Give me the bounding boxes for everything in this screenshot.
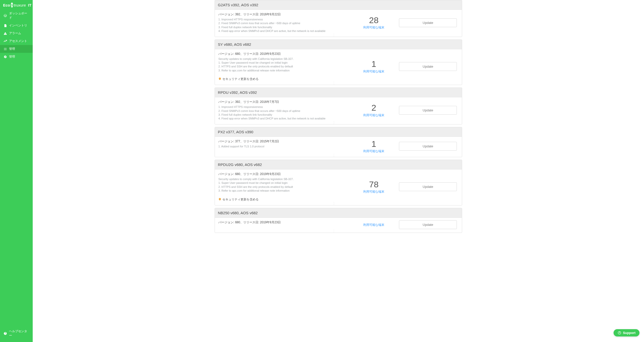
assessment-icon [4,39,7,43]
sidebar-label: アセスメント [9,39,27,43]
shield-icon [218,77,221,81]
card-info: バージョン: 680、リリース日: 2019年9月23日Security upd… [218,52,354,81]
sidebar-label: ダッシュボード [9,11,29,20]
available-count-block: 利用可能な端末 [354,220,394,229]
card-body: バージョン: 392、リリース日: 2016年7月7日1. Improved H… [215,97,462,124]
security-tag: セキュリティ更新を含める [218,77,354,81]
version-line: バージョン: 680、リリース日: 2019年9月23日 [218,220,354,225]
card-body: バージョン: 680、リリース日: 2019年9月23日Security upd… [215,49,462,85]
firmware-card: RPDU2G v680, AOS v682バージョン: 680、リリース日: 2… [215,160,462,205]
gear-icon [4,55,7,59]
sidebar-label: 管理 [9,47,15,51]
sidebar-item-inventory[interactable]: インベントリ [0,22,33,29]
card-info: バージョン: 680、リリース日: 2019年9月23日Security upd… [218,172,354,202]
card-action: Update [394,52,457,81]
sidebar-item-alarm[interactable]: アラーム [0,29,33,37]
available-count: 2 [354,103,394,112]
sidebar-label: 管理 [9,55,15,59]
update-button[interactable]: Update [399,142,457,151]
security-tag: セキュリティ更新を含める [218,197,354,202]
brand-swirl-icon: S [11,3,13,8]
support-button[interactable]: Support [614,329,639,336]
available-devices-link[interactable]: 利用可能な端末 [354,190,394,194]
available-count-block: 1利用可能な端末 [354,139,394,153]
resize-handle-icon[interactable]: ⋰ [332,120,336,124]
available-devices-link[interactable]: 利用可能な端末 [354,223,394,227]
version-line: バージョン: 392、リリース日: 2016年9月22日 [218,12,354,17]
available-devices-link[interactable]: 利用可能な端末 [354,69,394,74]
card-action: Update [394,100,457,121]
resize-handle-icon[interactable]: ⋰ [332,229,336,233]
card-info: バージョン: 377、リリース日: 2015年7月2日1. Added supp… [218,139,354,153]
resize-handle-icon[interactable]: ⋰ [332,153,336,157]
card-body: バージョン: 680、リリース日: 2019年9月23日⋰利用可能な端末Upda… [215,218,462,233]
card-action: Update [394,139,457,153]
alarm-icon [4,32,7,35]
security-label: セキュリティ更新を含める [222,77,259,81]
firmware-card: RPDU v392, AOS v392バージョン: 392、リリース日: 201… [215,88,462,124]
support-icon [618,331,621,335]
available-devices-link[interactable]: 利用可能な端末 [354,113,394,117]
inventory-icon [4,24,7,27]
version-line: バージョン: 680、リリース日: 2019年9月23日 [218,52,354,56]
sidebar-item-dashboard[interactable]: ダッシュボード [0,10,33,22]
dashboard-icon [4,14,7,17]
firmware-card: PX2 v377, AOS v390バージョン: 377、リリース日: 2015… [215,127,462,157]
available-devices-link[interactable]: 利用可能な端末 [354,149,394,153]
resize-handle-icon[interactable]: ⋰ [332,201,336,205]
sidebar-nav: ダッシュボード インベントリ アラーム アセスメント 管理 管理 [0,10,33,327]
update-button[interactable]: Update [399,220,457,229]
sidebar-label: インベントリ [9,23,27,28]
brand-part3: IT [28,3,31,7]
firmware-card: G2ATS v392, AOS v392バージョン: 392、リリース日: 20… [215,0,462,37]
available-count-block: 28利用可能な端末 [354,12,394,33]
card-info: バージョン: 680、リリース日: 2019年9月23日 [218,220,354,229]
card-title: RPDU2G v680, AOS v682 [215,160,462,169]
card-action: Update [394,172,457,202]
list-icon [4,47,7,51]
sidebar-item-assessment[interactable]: アセスメント [0,37,33,45]
sidebar-item-help[interactable]: ヘルプセンター [0,327,33,339]
sidebar-item-admin2[interactable]: 管理 [0,53,33,61]
update-button[interactable]: Update [399,62,457,71]
available-count-block: 1利用可能な端末 [354,52,394,81]
resize-handle-icon[interactable]: ⋰ [332,81,336,85]
update-button[interactable]: Update [399,182,457,191]
version-line: バージョン: 392、リリース日: 2016年7月7日 [218,100,354,104]
card-body: バージョン: 377、リリース日: 2015年7月2日1. Added supp… [215,137,462,157]
brand-logo: Eco S truxure IT [0,0,33,10]
card-info: バージョン: 392、リリース日: 2016年7月7日1. Improved H… [218,100,354,121]
firmware-card: SY v680, AOS v682バージョン: 680、リリース日: 2019年… [215,39,462,85]
available-count: 78 [354,180,394,189]
firmware-card-list: G2ATS v392, AOS v392バージョン: 392、リリース日: 20… [215,0,462,233]
brand-part1: Eco [3,3,10,7]
release-notes: 1. Improved HTTPS responsiveness 2. Fixe… [218,105,354,121]
sidebar-item-admin1[interactable]: 管理 [0,45,33,53]
release-notes: 1. Added support for TLS 1.0 protocol [218,145,354,148]
card-info: バージョン: 392、リリース日: 2016年9月22日1. Improved … [218,12,354,33]
card-body: バージョン: 680、リリース日: 2019年9月23日Security upd… [215,169,462,205]
release-notes: 1. Improved HTTPS responsiveness 2. Fixe… [218,18,354,33]
resize-handle-icon[interactable]: ⋰ [332,33,336,37]
svg-point-1 [619,333,620,334]
security-label: セキュリティ更新を含める [222,197,259,202]
available-count: 1 [354,139,394,149]
firmware-card: NB250 v680, AOS v682バージョン: 680、リリース日: 20… [215,208,462,233]
sidebar-label: アラーム [9,31,21,35]
brand-part2: truxure [14,3,26,7]
available-count: 28 [354,16,394,25]
release-notes: Security updates to comply with Californ… [218,177,354,193]
card-title: G2ATS v392, AOS v392 [215,0,462,10]
sidebar-bottom: ヘルプセンター [0,327,33,342]
update-button[interactable]: Update [399,18,457,27]
shield-icon [218,198,221,201]
sidebar-label: ヘルプセンター [9,329,29,338]
card-title: SY v680, AOS v682 [215,40,462,49]
sidebar: Eco S truxure IT ダッシュボード インベントリ アラーム アセス… [0,0,33,342]
release-notes: Security updates to comply with Californ… [218,57,354,73]
card-title: NB250 v680, AOS v682 [215,208,462,218]
card-body: バージョン: 392、リリース日: 2016年9月22日1. Improved … [215,10,462,37]
available-devices-link[interactable]: 利用可能な端末 [354,25,394,30]
available-count-block: 2利用可能な端末 [354,100,394,121]
update-button[interactable]: Update [399,106,457,115]
